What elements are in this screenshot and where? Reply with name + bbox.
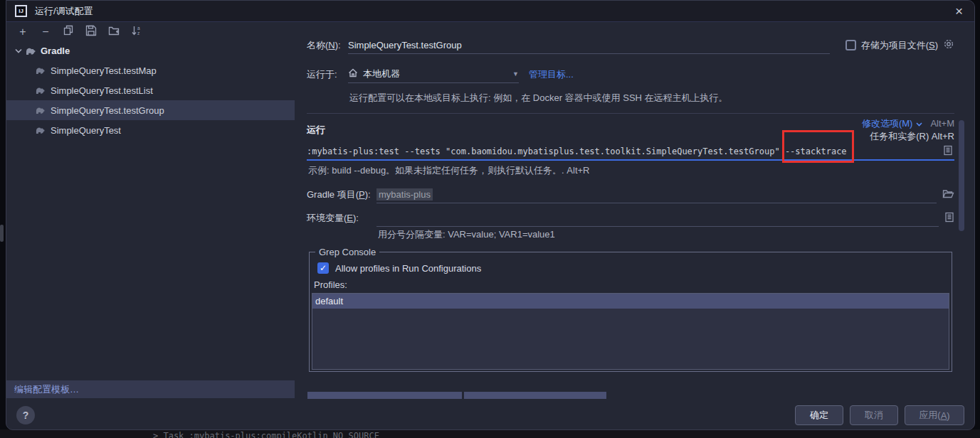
- cancel-button[interactable]: 取消: [850, 405, 898, 425]
- horizontal-scrollbar: [307, 392, 954, 399]
- tree-item-label: SimpleQueryTest.testList: [51, 85, 153, 96]
- run-target-select[interactable]: 本地机器 ▼: [348, 65, 519, 83]
- tree-item-label: SimpleQueryTest: [51, 125, 121, 136]
- configurations-sidebar: Gradle SimpleQueryTest.testMap SimpleQue…: [6, 41, 295, 429]
- environment-variables-label: 环境变量(E):: [307, 212, 376, 225]
- allow-profiles-label: Allow profiles in Run Configurations: [335, 263, 481, 274]
- grep-console-section: Grep Console ✓ Allow profiles in Run Con…: [309, 247, 952, 372]
- tree-item-label: SimpleQueryTest.testGroup: [51, 105, 164, 116]
- folder-plus-icon: [108, 25, 120, 39]
- environment-variables-input[interactable]: [376, 209, 939, 227]
- gradle-icon: [35, 125, 47, 136]
- check-icon: ✓: [320, 263, 327, 273]
- gear-icon[interactable]: [943, 38, 954, 52]
- gradle-icon: [35, 85, 47, 96]
- expand-editor-icon[interactable]: [943, 145, 953, 158]
- dialog-buttons: 确定 取消 应用(A): [795, 405, 964, 425]
- tree-item-label: SimpleQueryTest.testMap: [51, 65, 157, 76]
- minus-icon: −: [42, 26, 48, 38]
- intellij-logo-icon: IJ: [15, 5, 27, 17]
- dialog-title: 运行/调试配置: [35, 5, 93, 18]
- svg-text:z: z: [137, 31, 139, 36]
- chevron-down-icon: ▼: [512, 70, 519, 78]
- sort-configurations-button[interactable]: az: [129, 25, 144, 39]
- apply-button[interactable]: 应用(A): [905, 405, 964, 425]
- dialog-titlebar: IJ 运行/调试配置 ×: [6, 1, 974, 22]
- tree-item-testlist[interactable]: SimpleQueryTest.testList: [6, 80, 295, 100]
- vertical-scrollbar-thumb[interactable]: [959, 120, 964, 231]
- ide-console-background: > Task :mybatis-plus:compileKotlin NO_SO…: [0, 429, 980, 438]
- store-as-project-file-checkbox[interactable]: [845, 40, 856, 50]
- copy-icon: [63, 25, 74, 39]
- command-hint: 示例: build --debug。如果未指定任何任务，则执行默认任务。. Al…: [308, 164, 954, 177]
- name-input[interactable]: SimpleQueryTest.testGroup: [348, 36, 830, 54]
- section-divider: [307, 113, 954, 114]
- manage-targets-link[interactable]: 管理目标...: [529, 68, 574, 81]
- screen: > Task :mybatis-plus:compileKotlin NO_SO…: [0, 0, 980, 438]
- tasks-and-arguments-input[interactable]: :mybatis-plus:test --tests "com.baomidou…: [307, 144, 954, 161]
- profile-list-item-default[interactable]: default: [312, 294, 949, 309]
- store-as-project-file-label: 存储为项目文件(S): [861, 39, 938, 52]
- profiles-label: Profiles:: [314, 279, 949, 290]
- scrollbar-thumb-left[interactable]: [307, 392, 462, 399]
- help-button[interactable]: ?: [16, 406, 35, 424]
- gradle-project-input[interactable]: mybatis-plus: [376, 186, 937, 203]
- grep-console-title: Grep Console: [315, 247, 379, 257]
- home-icon: [348, 68, 358, 80]
- modify-options-link[interactable]: 修改选项(M): [862, 117, 913, 130]
- gradle-project-label: Gradle 项目(P):: [307, 188, 376, 201]
- remove-configuration-button[interactable]: −: [38, 25, 53, 39]
- run-target-hint: 运行配置可以在本地或目标上执行: 例如，在 Docker 容器中或使用 SSH …: [349, 92, 954, 105]
- allow-profiles-checkbox[interactable]: ✓: [317, 262, 329, 274]
- close-icon[interactable]: ×: [952, 4, 966, 18]
- tree-item-testgroup-selected[interactable]: SimpleQueryTest.testGroup: [6, 100, 295, 120]
- plus-icon: +: [19, 26, 26, 38]
- ide-edge-scrollbar: [0, 225, 4, 242]
- chevron-down-icon: [916, 118, 922, 129]
- profiles-list[interactable]: default: [312, 293, 949, 370]
- config-form: 名称(N): SimpleQueryTest.testGroup 存储为项目文件…: [307, 32, 954, 399]
- name-label: 名称(N):: [307, 39, 348, 52]
- tree-item-simplequerytest[interactable]: SimpleQueryTest: [6, 120, 295, 140]
- save-configuration-button[interactable]: [83, 25, 99, 39]
- gradle-command-text: :mybatis-plus:test --tests "com.baomidou…: [307, 144, 954, 159]
- gradle-icon: [35, 65, 47, 76]
- open-folder-icon[interactable]: [942, 188, 954, 201]
- tree-item-testmap[interactable]: SimpleQueryTest.testMap: [6, 60, 295, 80]
- tree-node-gradle[interactable]: Gradle: [6, 41, 295, 60]
- edit-configuration-templates-link[interactable]: 编辑配置模板…: [6, 380, 295, 398]
- gradle-icon: [35, 105, 47, 116]
- scrollbar-thumb-right[interactable]: [464, 392, 606, 399]
- run-on-label: 运行于:: [307, 68, 348, 81]
- gradle-project-value: mybatis-plus: [376, 188, 433, 201]
- run-section-title: 运行: [307, 124, 325, 137]
- add-configuration-button[interactable]: +: [15, 25, 31, 39]
- edit-variables-icon[interactable]: [944, 212, 954, 225]
- gradle-console-text: > Task :mybatis-plus:compileKotlin NO_SO…: [153, 431, 379, 438]
- chevron-down-icon[interactable]: [12, 48, 25, 53]
- modify-options-shortcut: Alt+M: [930, 118, 954, 129]
- tasks-and-arguments-label: 任务和实参(R) Alt+R: [862, 130, 954, 142]
- run-debug-config-dialog: IJ 运行/调试配置 × + − az: [6, 0, 975, 430]
- save-icon: [85, 25, 97, 39]
- gradle-icon: [25, 46, 37, 56]
- tree-root-label: Gradle: [41, 46, 70, 56]
- run-target-value: 本地机器: [363, 68, 400, 80]
- new-folder-button[interactable]: [106, 25, 122, 39]
- svg-text:a: a: [137, 25, 140, 30]
- ok-button[interactable]: 确定: [795, 405, 843, 425]
- sort-alpha-icon: az: [131, 25, 142, 39]
- environment-variables-hint: 用分号分隔变量: VAR=value; VAR1=value1: [378, 228, 954, 241]
- copy-configuration-button[interactable]: [60, 25, 76, 39]
